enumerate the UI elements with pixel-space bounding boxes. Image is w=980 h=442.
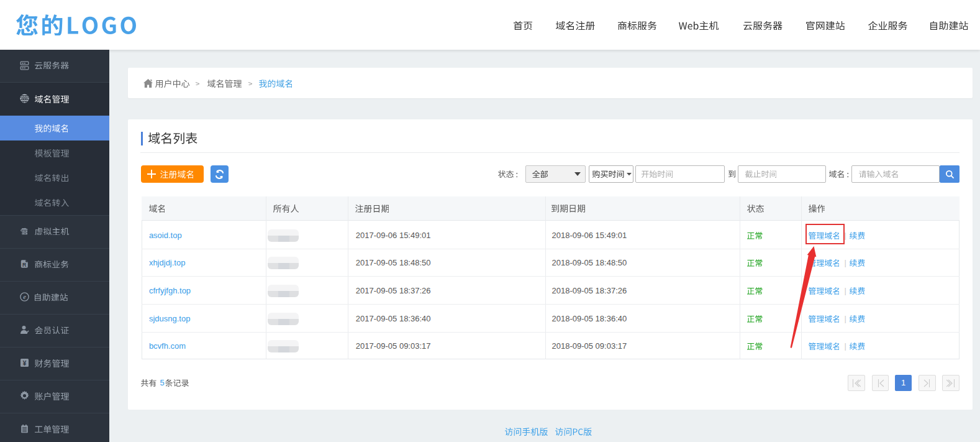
svg-text:R: R bbox=[22, 262, 27, 268]
svg-text:e: e bbox=[23, 293, 26, 300]
svg-text:¥: ¥ bbox=[23, 360, 27, 367]
